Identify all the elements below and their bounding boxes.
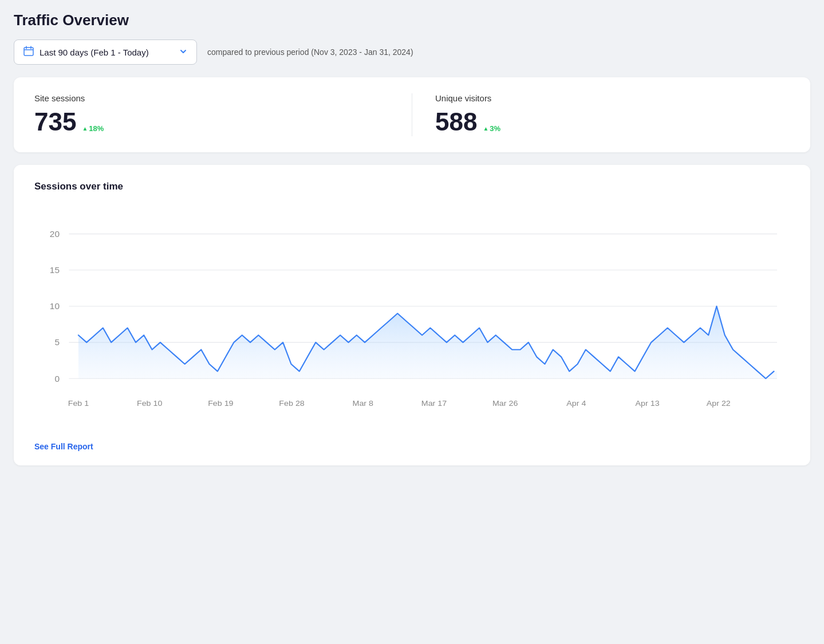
svg-text:Apr 22: Apr 22: [707, 398, 731, 408]
calendar-icon: [23, 46, 34, 58]
svg-text:Feb 1: Feb 1: [68, 398, 89, 408]
svg-text:Apr 4: Apr 4: [566, 398, 586, 408]
svg-text:15: 15: [50, 265, 60, 275]
svg-text:0: 0: [54, 374, 60, 384]
svg-text:Mar 17: Mar 17: [421, 398, 447, 408]
sessions-block: Site sessions 735 18%: [34, 93, 412, 136]
svg-text:10: 10: [50, 302, 60, 311]
svg-text:Feb 19: Feb 19: [208, 398, 234, 408]
chart-container: 0 5 10 15 20 Feb 1 Feb 10 Feb 19 Feb 28 …: [34, 204, 790, 433]
svg-text:5: 5: [54, 338, 60, 347]
see-full-report-link[interactable]: See Full Report: [34, 442, 93, 451]
stats-card: Site sessions 735 18% Unique visitors 58…: [14, 77, 810, 152]
sessions-label: Site sessions: [34, 93, 389, 103]
visitors-change: 3%: [483, 124, 500, 133]
chevron-down-icon: [179, 48, 187, 57]
svg-text:Feb 10: Feb 10: [137, 398, 163, 408]
svg-text:Mar 8: Mar 8: [353, 398, 374, 408]
svg-text:Feb 28: Feb 28: [279, 398, 305, 408]
visitors-value: 588: [435, 108, 477, 136]
svg-text:20: 20: [50, 229, 60, 239]
date-range-label: Last 90 days (Feb 1 - Today): [40, 48, 174, 57]
date-filter-row: Last 90 days (Feb 1 - Today) compared to…: [14, 39, 810, 65]
sessions-change: 18%: [82, 124, 104, 133]
comparison-text: compared to previous period (Nov 3, 2023…: [207, 48, 413, 57]
svg-text:Mar 26: Mar 26: [492, 398, 518, 408]
svg-rect-0: [24, 48, 33, 56]
sessions-value: 735: [34, 108, 76, 136]
chart-card: Sessions over time 0 5 10 15 20 Feb 1 Fe…: [14, 165, 810, 465]
chart-title: Sessions over time: [34, 181, 790, 192]
date-range-dropdown[interactable]: Last 90 days (Feb 1 - Today): [14, 39, 197, 65]
svg-text:Apr 13: Apr 13: [636, 398, 660, 408]
sessions-chart: 0 5 10 15 20 Feb 1 Feb 10 Feb 19 Feb 28 …: [34, 204, 790, 433]
visitors-label: Unique visitors: [435, 93, 790, 103]
page-title: Traffic Overview: [14, 11, 810, 29]
visitors-block: Unique visitors 588 3%: [412, 93, 790, 136]
